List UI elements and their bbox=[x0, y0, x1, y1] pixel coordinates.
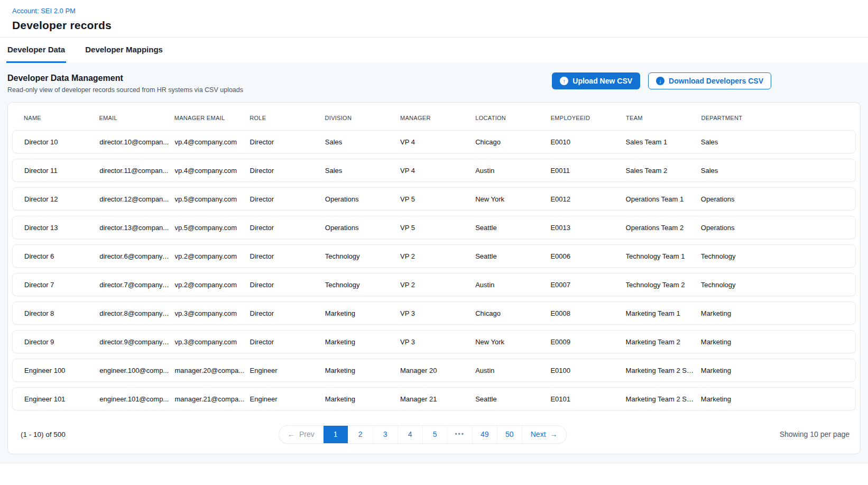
table-cell: Operations bbox=[701, 195, 844, 203]
table-cell: E0013 bbox=[550, 224, 625, 232]
table-cell: Sales bbox=[325, 167, 400, 175]
per-page-text: Showing 10 per page bbox=[780, 430, 849, 438]
pagination-page-3[interactable]: 3 bbox=[373, 426, 398, 443]
account-breadcrumb-link[interactable]: Account: SEI 2.0 PM bbox=[12, 7, 76, 15]
column-header: EMAIL bbox=[99, 115, 174, 121]
table-cell: vp.5@company.com bbox=[174, 195, 250, 203]
section-subtitle: Read-only view of developer records sour… bbox=[7, 86, 243, 94]
table-cell: Manager 21 bbox=[400, 395, 475, 403]
table-cell: Director bbox=[250, 167, 325, 175]
pagination-page-1[interactable]: 1 bbox=[324, 426, 348, 443]
table-cell: Marketing bbox=[701, 338, 844, 346]
table-row: Director 6director.6@company....vp.2@com… bbox=[12, 244, 856, 268]
table-cell: New York bbox=[475, 338, 550, 346]
table-row: Engineer 101engineer.101@comp...manager.… bbox=[12, 387, 856, 410]
tab-developer-data[interactable]: Developer Data bbox=[6, 38, 66, 63]
table-cell: director.9@company.... bbox=[99, 338, 174, 346]
table-cell: director.10@compan... bbox=[99, 138, 174, 146]
table-cell: Director 12 bbox=[24, 195, 99, 203]
table-cell: Marketing bbox=[325, 367, 400, 374]
table-cell: Director 7 bbox=[24, 281, 99, 289]
table-cell: Sales Team 2 bbox=[626, 167, 701, 175]
table-cell: Director bbox=[250, 281, 325, 289]
table-row: Director 9director.9@company....vp.3@com… bbox=[12, 330, 856, 353]
table-cell: Marketing bbox=[701, 309, 844, 317]
table-cell: Operations Team 1 bbox=[626, 195, 701, 203]
pagination: ← Prev 12345•••4950 Next → bbox=[279, 425, 567, 444]
table-cell: Marketing Team 2 Su... bbox=[626, 395, 701, 403]
table-cell: Sales bbox=[325, 138, 400, 146]
table-cell: Engineer bbox=[250, 395, 325, 403]
upload-new-csv-button[interactable]: ↑ Upload New CSV bbox=[552, 72, 640, 89]
table-cell: director.7@company.... bbox=[99, 281, 174, 289]
table-cell: E0010 bbox=[550, 138, 625, 146]
table-header-row: NAMEEMAILMANAGER EMAILROLEDIVISIONMANAGE… bbox=[12, 109, 856, 127]
table-row: Director 8director.8@company....vp.3@com… bbox=[12, 301, 856, 325]
table-cell: director.8@company.... bbox=[99, 309, 174, 317]
page-title: Developer records bbox=[12, 19, 868, 32]
table-cell: E0100 bbox=[550, 367, 625, 374]
prev-arrow-icon: ← bbox=[288, 430, 295, 438]
table-cell: vp.4@company.com bbox=[174, 138, 250, 146]
column-header: EMPLOYEEID bbox=[551, 115, 626, 121]
table-cell: engineer.100@comp... bbox=[99, 367, 174, 374]
table-cell: Marketing bbox=[701, 395, 844, 403]
download-icon: ↓ bbox=[656, 77, 664, 85]
record-range-text: (1 - 10) of 500 bbox=[21, 431, 66, 438]
page-header: Account: SEI 2.0 PM Developer records bbox=[0, 0, 868, 37]
table-cell: Marketing bbox=[325, 309, 400, 317]
pagination-page-50[interactable]: 50 bbox=[497, 426, 522, 443]
table-cell: Director 13 bbox=[24, 224, 99, 232]
upload-button-label: Upload New CSV bbox=[572, 77, 632, 85]
table-cell: VP 4 bbox=[400, 167, 475, 175]
download-developers-csv-button[interactable]: ↓ Download Developers CSV bbox=[648, 72, 771, 89]
bottom-strip bbox=[0, 463, 868, 485]
table-cell: E0006 bbox=[550, 252, 625, 260]
pagination-next-button[interactable]: Next → bbox=[522, 426, 566, 443]
pagination-page-2[interactable]: 2 bbox=[348, 426, 373, 443]
download-button-label: Download Developers CSV bbox=[669, 77, 763, 85]
table-cell: Seattle bbox=[475, 224, 550, 232]
section-header: Developer Data Management Read-only view… bbox=[7, 72, 861, 94]
table-cell: manager.21@compa... bbox=[174, 395, 250, 403]
table-cell: E0009 bbox=[550, 338, 625, 346]
table-cell: VP 5 bbox=[400, 224, 475, 232]
column-header: MANAGER EMAIL bbox=[174, 115, 250, 121]
table-cell: Marketing Team 1 bbox=[626, 309, 701, 317]
table-cell: VP 3 bbox=[400, 338, 475, 346]
table-cell: VP 5 bbox=[400, 195, 475, 203]
table-cell: vp.4@company.com bbox=[174, 167, 250, 175]
column-header: LOCATION bbox=[475, 115, 550, 121]
pagination-page-5[interactable]: 5 bbox=[423, 426, 448, 443]
table-cell: Director bbox=[250, 195, 325, 203]
table-cell: E0008 bbox=[550, 309, 625, 317]
table-cell: Director 8 bbox=[24, 309, 99, 317]
pagination-page-49[interactable]: 49 bbox=[473, 426, 497, 443]
table-row: Director 7director.7@company....vp.2@com… bbox=[12, 273, 856, 296]
table-cell: Sales Team 1 bbox=[626, 138, 701, 146]
table-cell: Technology Team 2 bbox=[626, 281, 701, 289]
pagination-ellipsis: ••• bbox=[448, 426, 473, 443]
table-cell: vp.3@company.com bbox=[174, 338, 250, 346]
tab-developer-mappings[interactable]: Developer Mappings bbox=[84, 38, 164, 63]
table-cell: New York bbox=[475, 195, 550, 203]
next-label: Next bbox=[531, 430, 546, 438]
pagination-prev-button[interactable]: ← Prev bbox=[279, 426, 324, 443]
table-cell: vp.2@company.com bbox=[174, 281, 250, 289]
pagination-page-4[interactable]: 4 bbox=[398, 426, 423, 443]
column-header: MANAGER bbox=[400, 115, 475, 121]
table-cell: director.13@compan... bbox=[99, 224, 174, 232]
table-cell: vp.3@company.com bbox=[174, 309, 250, 317]
column-header: DIVISION bbox=[325, 115, 400, 121]
tab-bar: Developer Data Developer Mappings bbox=[0, 37, 868, 63]
table-cell: Director 6 bbox=[24, 252, 99, 260]
table-cell: VP 2 bbox=[400, 281, 475, 289]
table-cell: Marketing bbox=[701, 367, 844, 374]
table-cell: Technology Team 1 bbox=[626, 252, 701, 260]
prev-label: Prev bbox=[299, 430, 315, 438]
table-cell: director.12@compan... bbox=[99, 195, 174, 203]
column-header: ROLE bbox=[250, 115, 325, 121]
table-row: Director 13director.13@compan...vp.5@com… bbox=[12, 216, 856, 239]
column-header: DEPARTMENT bbox=[701, 115, 844, 121]
upload-icon: ↑ bbox=[560, 77, 568, 85]
